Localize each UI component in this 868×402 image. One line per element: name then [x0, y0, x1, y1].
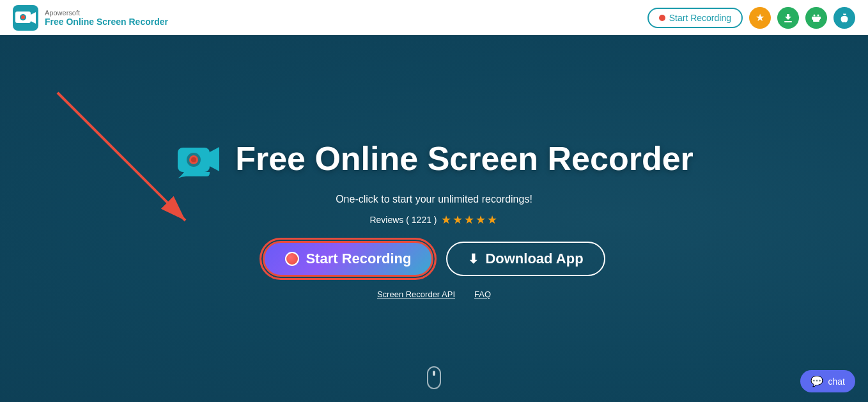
start-recording-label: Start Recording	[306, 251, 411, 267]
svg-rect-8	[812, 17, 813, 19]
logo-icon	[13, 5, 38, 31]
download-app-hero-button[interactable]: ⬇ Download App	[446, 242, 605, 276]
apple-icon	[839, 13, 849, 23]
scroll-dot-icon	[433, 371, 435, 376]
cta-buttons-row: Start Recording ⬇ Download App	[263, 241, 605, 277]
scroll-oval-icon	[427, 366, 441, 389]
svg-point-4	[21, 15, 25, 19]
app-title: Free Online Screen Recorder	[45, 17, 168, 27]
logo-text: Apowersoft Free Online Screen Recorder	[45, 9, 168, 27]
screen-recorder-api-link[interactable]: Screen Recorder API	[377, 290, 455, 299]
ios-button[interactable]	[833, 7, 855, 29]
svg-rect-9	[820, 17, 821, 19]
hero-camera-icon	[174, 138, 222, 180]
chat-button[interactable]: 💬 chat	[800, 370, 855, 392]
scroll-indicator	[427, 366, 441, 389]
header-right: Start Recording ★	[647, 7, 855, 29]
faq-link[interactable]: FAQ	[474, 290, 491, 299]
chat-label: chat	[828, 376, 845, 387]
recording-dot-icon	[659, 15, 665, 21]
star-button[interactable]: ★	[749, 7, 771, 29]
header-recording-label: Start Recording	[669, 13, 731, 23]
stars-icon: ★★★★★	[441, 213, 499, 227]
svg-marker-13	[210, 147, 219, 171]
download-icon	[783, 13, 793, 23]
android-icon	[811, 13, 821, 23]
download-arrow-icon: ⬇	[468, 251, 479, 267]
svg-point-16	[191, 157, 196, 162]
hero-links-row: Screen Recorder API FAQ	[377, 290, 491, 299]
svg-point-6	[814, 14, 816, 16]
download-button[interactable]	[777, 7, 799, 29]
logo-area: Apowersoft Free Online Screen Recorder	[13, 5, 647, 31]
header-start-recording-button[interactable]: Start Recording	[647, 8, 743, 28]
hero-content: Free Online Screen Recorder One-click to…	[174, 138, 694, 299]
hero-title: Free Online Screen Recorder	[235, 141, 694, 177]
brand-name: Apowersoft	[45, 9, 168, 17]
header: Apowersoft Free Online Screen Recorder S…	[0, 0, 868, 35]
svg-rect-5	[784, 21, 792, 22]
start-recording-hero-button[interactable]: Start Recording	[263, 241, 433, 277]
hero-section: Free Online Screen Recorder One-click to…	[0, 35, 868, 402]
hero-title-row: Free Online Screen Recorder	[174, 138, 694, 180]
chat-icon: 💬	[810, 375, 823, 387]
record-dot-icon	[285, 252, 299, 266]
reviews-label: Reviews ( 1221 )	[369, 215, 437, 225]
android-button[interactable]	[805, 7, 827, 29]
reviews-row: Reviews ( 1221 ) ★★★★★	[369, 213, 498, 227]
download-app-label: Download App	[485, 251, 583, 267]
hero-subtitle: One-click to start your unlimited record…	[336, 194, 532, 205]
svg-point-7	[818, 14, 819, 16]
